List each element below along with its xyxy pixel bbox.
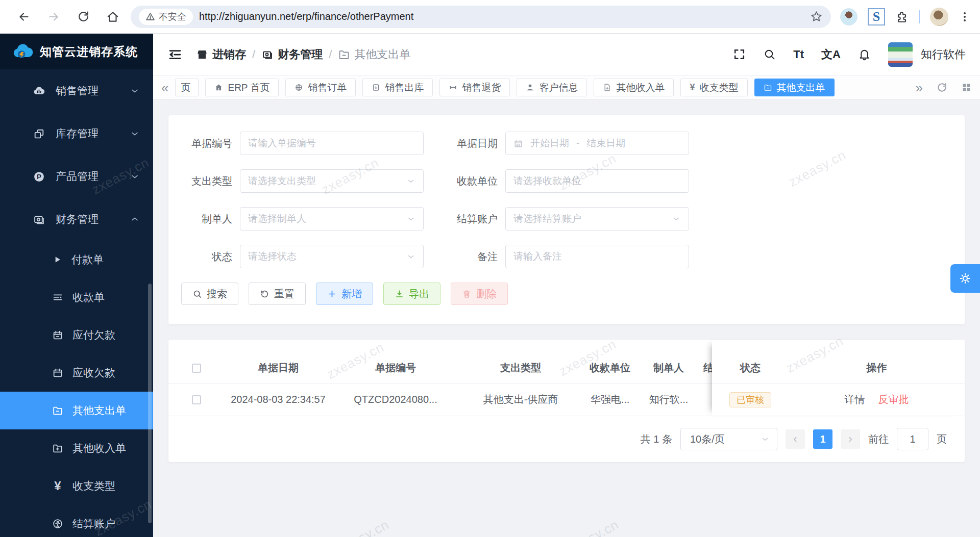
reset-button[interactable]: 重置	[249, 283, 306, 305]
unapprove-link[interactable]: 反审批	[878, 393, 909, 406]
bell-icon[interactable]	[858, 48, 871, 61]
sidebar-item-other-income[interactable]: 其他收入单	[0, 429, 153, 467]
select-all-checkbox[interactable]	[192, 364, 201, 373]
sidebar-item-sales[interactable]: 销售管理	[0, 69, 153, 112]
end-date-placeholder: 结束日期	[586, 137, 625, 150]
col-header-type: 支出类型	[459, 361, 582, 375]
tabs-refresh-icon[interactable]	[936, 82, 948, 93]
start-date-placeholder: 开始日期	[530, 137, 569, 150]
security-chip[interactable]: 不安全	[139, 9, 193, 25]
language-icon[interactable]: 文A	[821, 47, 841, 62]
tab-other-payment[interactable]: 其他支出单	[754, 79, 835, 96]
extension-avatar-icon[interactable]	[840, 8, 857, 25]
extensions-puzzle-icon[interactable]	[895, 10, 909, 23]
search-button[interactable]: 搜索	[181, 283, 238, 305]
payee-input[interactable]: 请选择收款单位	[505, 169, 689, 193]
sidebar-item-products[interactable]: P 产品管理	[0, 155, 153, 198]
page-size-select[interactable]: 10条/页	[680, 428, 777, 450]
user-name[interactable]: 知行软件	[921, 47, 966, 62]
money-note-icon	[261, 48, 274, 61]
bone-icon	[449, 83, 457, 92]
sidebar-collapse-icon[interactable]	[167, 47, 183, 62]
bookmark-star-icon[interactable]	[810, 10, 823, 23]
sidebar-item-other-payment[interactable]: 其他支出单	[0, 392, 153, 429]
filter-label: 收款单位	[447, 174, 498, 188]
settle-account-select[interactable]: 请选择结算账户	[505, 207, 689, 231]
current-page-button[interactable]: 1	[813, 429, 832, 449]
plus-icon	[327, 289, 337, 299]
boxes-icon	[33, 127, 45, 140]
sidebar-scrollbar[interactable]	[148, 284, 152, 523]
extension-s-icon[interactable]: S	[868, 8, 885, 25]
home-icon[interactable]	[98, 10, 128, 23]
tab-label: 其他支出单	[777, 81, 825, 94]
settings-gear-button[interactable]	[950, 264, 980, 293]
folder-minus-icon	[52, 405, 63, 416]
tab-customer-info[interactable]: 客户信息	[517, 79, 587, 96]
tab-overflow-partial[interactable]: 页	[175, 79, 199, 96]
remark-input[interactable]: 请输入备注	[505, 245, 689, 268]
forward-icon[interactable]	[39, 10, 68, 23]
back-icon[interactable]	[9, 10, 39, 23]
tab-other-income[interactable]: 其他收入单	[594, 79, 674, 96]
breadcrumb-item-erp[interactable]: 进销存	[196, 47, 246, 62]
breadcrumb-label: 其他支出单	[354, 47, 410, 62]
expense-type-select[interactable]: 请选择支出类型	[240, 169, 424, 193]
sidebar-item-inventory[interactable]: 库存管理	[0, 112, 153, 155]
tab-erp-home[interactable]: ERP 首页	[205, 79, 279, 96]
sidebar-item-io-types[interactable]: ¥ 收支类型	[0, 467, 153, 505]
placeholder: 请输入单据编号	[248, 137, 316, 150]
delete-button[interactable]: 删除	[451, 283, 508, 305]
tab-sales-outbound[interactable]: 销售出库	[362, 79, 433, 96]
reset-icon	[260, 289, 270, 299]
row-checkbox[interactable]	[192, 395, 201, 404]
chrome-menu-icon[interactable]	[959, 11, 971, 23]
pinned-header-row: 状态 操作	[712, 353, 965, 383]
sidebar-item-receipt-order[interactable]: 收款单	[0, 278, 153, 316]
doc-date-range-picker[interactable]: 开始日期 - 结束日期	[505, 132, 689, 155]
tabs-scroll-right-icon[interactable]: »	[916, 81, 923, 94]
sidebar-item-finance[interactable]: 财务管理	[0, 198, 153, 241]
breadcrumb-separator: /	[329, 48, 332, 61]
reload-icon[interactable]	[68, 10, 98, 23]
tab-sales-return[interactable]: 销售退货	[439, 79, 510, 96]
col-header-status: 状态	[712, 361, 789, 375]
tab-tools: »	[916, 81, 972, 94]
tab-sales-order[interactable]: 销售订单	[285, 79, 356, 96]
detail-link[interactable]: 详情	[845, 393, 865, 406]
sidebar-item-settle-accounts[interactable]: 结算账户	[0, 505, 153, 537]
next-page-button[interactable]: ›	[841, 429, 860, 449]
sidebar-item-label: 财务管理	[56, 212, 99, 226]
sidebar-item-payment-order[interactable]: 付款单	[0, 241, 153, 278]
sidebar-item-payable[interactable]: 应付欠款	[0, 316, 153, 354]
tab-io-types[interactable]: ¥ 收支类型	[680, 79, 747, 96]
tabs-layout-grid-icon[interactable]	[961, 82, 972, 93]
url-text[interactable]: http://zhiguanyun.net/erp/finance/otherP…	[199, 11, 810, 22]
person-circle-icon	[52, 518, 63, 529]
app-header: 进销存 / 财务管理 / 其他支出单	[153, 34, 980, 75]
col-header-creator: 制单人	[638, 361, 699, 375]
url-bar[interactable]: 不安全 http://zhiguanyun.net/erp/finance/ot…	[131, 6, 831, 28]
user-avatar[interactable]	[888, 42, 913, 67]
fullscreen-icon[interactable]	[733, 48, 746, 61]
font-size-icon[interactable]: Tt	[793, 48, 804, 61]
doc-no-input[interactable]: 请输入单据编号	[240, 132, 424, 155]
tab-label: ERP 首页	[228, 81, 270, 94]
prev-page-button[interactable]: ‹	[786, 429, 805, 449]
status-select[interactable]: 请选择状态	[240, 245, 424, 268]
cell-type: 其他支出-供应商	[459, 393, 582, 406]
filter-label: 结算账户	[447, 212, 498, 226]
calendar-icon	[513, 139, 523, 148]
sidebar-item-receivable[interactable]: 应收欠款	[0, 354, 153, 392]
tabs-scroll-left-icon[interactable]: «	[161, 81, 168, 94]
search-icon[interactable]	[763, 48, 776, 61]
folder-plus-icon	[52, 443, 63, 454]
profile-avatar[interactable]	[930, 8, 948, 26]
add-button[interactable]: 新增	[316, 283, 373, 305]
goto-page-input[interactable]	[897, 428, 928, 450]
creator-select[interactable]: 请选择制单人	[240, 207, 424, 231]
export-button[interactable]: 导出	[383, 283, 440, 305]
header-actions: Tt 文A 知行软件	[733, 42, 966, 67]
cell-payee: 华强电...	[582, 393, 638, 406]
breadcrumb-item-finance[interactable]: 财务管理	[261, 47, 323, 62]
